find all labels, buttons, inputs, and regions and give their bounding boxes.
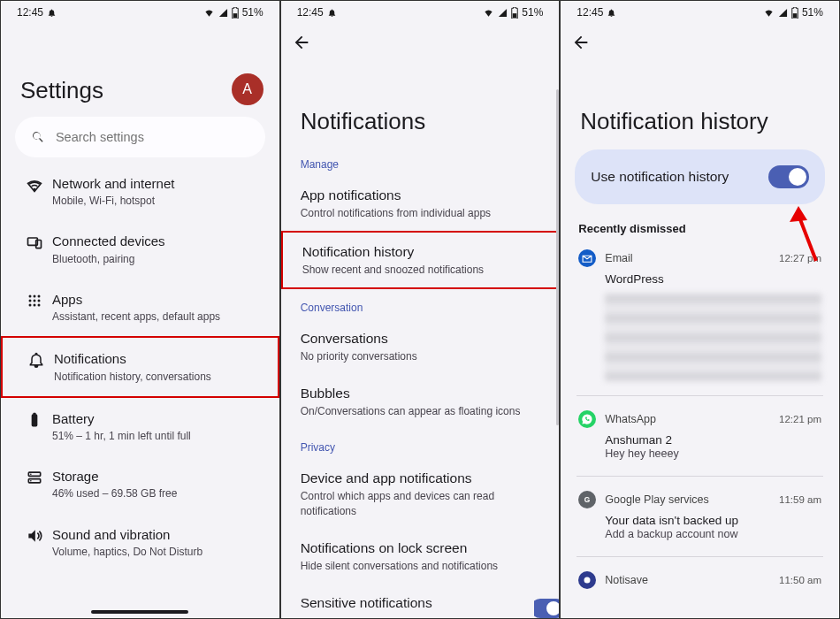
battery-icon: [26, 411, 43, 429]
svg-point-12: [38, 303, 41, 306]
battery-icon: [791, 7, 798, 19]
row-subtitle: Hide silent conversations and notificati…: [301, 559, 540, 573]
svg-point-5: [34, 294, 36, 297]
battery-icon: [511, 7, 518, 19]
app-name: Email: [605, 252, 770, 264]
wifi-icon: [763, 8, 775, 18]
status-bar: 12:45 51%: [1, 1, 279, 20]
battery-icon: [232, 7, 239, 19]
screen-history: 12:45 51% Notification history Use notif…: [560, 0, 840, 619]
app-name: WhatsApp: [605, 413, 770, 425]
nav-handle[interactable]: [91, 610, 188, 614]
row-subtitle: Volume, haptics, Do Not Disturb: [52, 545, 262, 559]
notif-setting-row[interactable]: BubblesOn/Conversations can appear as fl…: [281, 374, 560, 429]
row-subtitle: Control which apps and devices can read …: [301, 489, 540, 517]
wa-app-icon: [578, 410, 596, 428]
status-battery: 51%: [242, 6, 263, 19]
settings-row-battery[interactable]: Battery51% – 1 hr, 1 min left until full: [1, 398, 279, 455]
svg-rect-20: [793, 13, 798, 18]
devices-icon: [26, 233, 43, 251]
notif-setting-row[interactable]: Notifications on lock screenHide silent …: [281, 529, 560, 584]
profile-avatar[interactable]: A: [232, 73, 263, 105]
row-title: Storage: [52, 468, 262, 485]
notif-time: 12:21 pm: [779, 414, 821, 424]
settings-row-apps[interactable]: AppsAssistant, recent apps, default apps: [1, 279, 279, 336]
settings-row-bell[interactable]: NotificationsNotification history, conve…: [1, 336, 279, 397]
notif-setting-row[interactable]: Device and app notificationsControl whic…: [281, 459, 560, 528]
status-bar: 12:45 51%: [561, 1, 839, 20]
sensitive-toggle[interactable]: [534, 599, 559, 618]
row-subtitle: On/Conversations can appear as floating …: [301, 404, 540, 418]
back-button[interactable]: [281, 20, 318, 58]
dismissed-notification[interactable]: GGoogle Play services11:59 amYour data i…: [561, 482, 839, 551]
svg-point-10: [29, 303, 32, 306]
blurred-content: [605, 293, 821, 381]
notif-setting-row[interactable]: Notification historyShow recent and snoo…: [281, 231, 560, 289]
row-title: Notification history: [302, 243, 538, 262]
section-header: Manage: [281, 146, 560, 176]
svg-rect-19: [513, 13, 517, 18]
row-title: Connected devices: [52, 233, 262, 250]
wifi-icon: [26, 176, 43, 194]
notif-setting-row[interactable]: Sensitive notifications: [281, 584, 560, 619]
svg-point-7: [29, 299, 32, 302]
scrollbar[interactable]: [556, 89, 559, 425]
notif-text: Add a backup account now: [605, 528, 821, 540]
notif-setting-row[interactable]: App notificationsControl notifications f…: [281, 176, 560, 231]
row-subtitle: No priority conversations: [301, 349, 540, 363]
row-title: Apps: [52, 291, 262, 309]
history-toggle[interactable]: [768, 165, 809, 188]
history-toggle-card[interactable]: Use notification history: [575, 149, 825, 204]
signal-icon: [778, 8, 788, 18]
row-title: Device and app notifications: [301, 470, 540, 488]
search-input[interactable]: [56, 130, 249, 144]
status-time: 12:45: [17, 6, 43, 19]
svg-point-17: [30, 474, 32, 476]
page-title: Notifications: [281, 101, 560, 146]
notif-title: WordPress: [605, 272, 821, 286]
notif-time: 11:59 am: [779, 494, 821, 505]
notif-time: 11:50 am: [779, 575, 821, 585]
settings-row-sound[interactable]: Sound and vibrationVolume, haptics, Do N…: [1, 514, 279, 571]
row-title: Battery: [52, 410, 262, 428]
row-title: Bubbles: [301, 385, 540, 403]
settings-row-devices[interactable]: Connected devicesBluetooth, pairing: [1, 220, 279, 278]
gp-app-icon: G: [578, 491, 596, 508]
svg-point-11: [34, 303, 36, 306]
svg-point-9: [38, 299, 41, 302]
screen-notifications: 12:45 51% Notifications ManageApp notifi…: [280, 0, 561, 619]
notif-text: Hey hey heeey: [605, 447, 821, 460]
status-time: 12:45: [297, 6, 324, 19]
row-subtitle: Mobile, Wi-Fi, hotspot: [52, 194, 262, 208]
svg-point-24: [584, 577, 591, 584]
settings-row-wifi[interactable]: Network and internetMobile, Wi-Fi, hotsp…: [1, 163, 279, 220]
svg-point-18: [30, 480, 32, 482]
row-subtitle: Control notifications from individual ap…: [301, 206, 540, 220]
dismissed-notification[interactable]: WhatsApp12:21 pmAnshuman 2Hey hey heeey: [561, 401, 839, 470]
search-icon: [31, 129, 45, 145]
settings-row-storage[interactable]: Storage46% used – 69.58 GB free: [1, 455, 279, 513]
row-title: Conversations: [301, 330, 540, 348]
notif-setting-row[interactable]: ConversationsNo priority conversations: [281, 319, 560, 374]
search-bar[interactable]: [15, 117, 265, 157]
back-button[interactable]: [561, 20, 598, 58]
row-title: Sensitive notifications: [301, 594, 540, 613]
mail-app-icon: [578, 249, 596, 267]
ns-app-icon: [578, 571, 596, 589]
bell-outline-icon: [327, 8, 337, 18]
row-title: Notifications: [54, 350, 260, 368]
svg-point-8: [34, 299, 36, 302]
signal-icon: [218, 8, 228, 18]
bell-icon: [27, 351, 45, 369]
dismissed-notification[interactable]: Notisave11:50 am: [561, 562, 839, 598]
bell-outline-icon: [47, 8, 57, 18]
row-subtitle: 51% – 1 hr, 1 min left until full: [52, 429, 262, 443]
apps-icon: [26, 292, 43, 310]
app-name: Google Play services: [605, 493, 770, 506]
row-title: Notifications on lock screen: [301, 539, 540, 558]
status-battery: 51%: [522, 6, 543, 19]
storage-icon: [26, 469, 43, 486]
toggle-label: Use notification history: [591, 169, 729, 185]
row-subtitle: Bluetooth, pairing: [52, 252, 262, 266]
divider: [577, 395, 823, 396]
